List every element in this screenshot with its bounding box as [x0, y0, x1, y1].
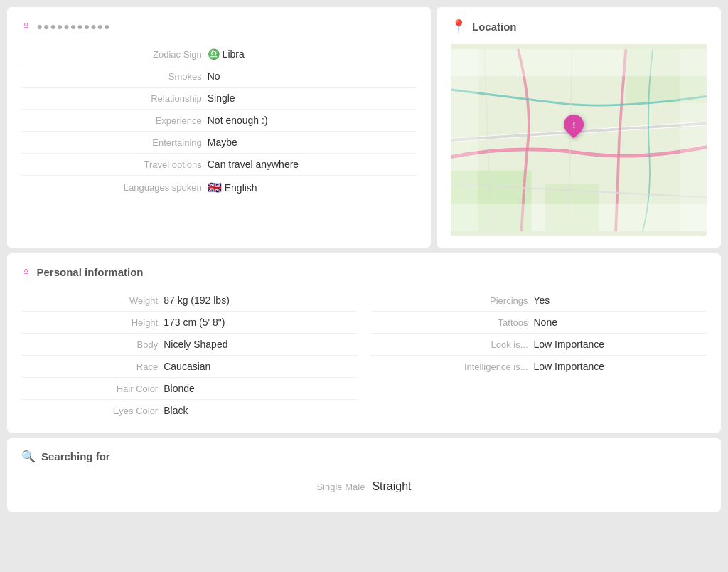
field-value: Yes [531, 290, 707, 312]
top-row: ♀ ●●●●●●●●●●● Zodiac Sign ♎ Libra Smokes… [7, 7, 721, 248]
personal-info-title: Personal information [37, 266, 144, 278]
field-label: Tattoos [371, 312, 531, 334]
table-row: Experience Not enough :) [21, 110, 417, 132]
table-row: Look is... Low Importance [371, 334, 707, 356]
location-header: 📍 Location [451, 18, 707, 34]
searching-card: 🔍 Searching for Single Male Straight [7, 438, 721, 512]
username: ●●●●●●●●●●● [37, 21, 111, 32]
field-label: Languages spoken [21, 176, 205, 200]
profile-info-table: Zodiac Sign ♎ Libra Smokes No Relationsh… [21, 43, 417, 199]
field-label: Height [21, 312, 161, 334]
table-row: Smokes No [21, 65, 417, 88]
table-row: Tattoos None [371, 312, 707, 334]
field-value: 🇬🇧English [205, 176, 417, 200]
personal-left-col: Weight 87 kg (192 lbs) Height 173 cm (5'… [21, 290, 357, 421]
field-value: Nicely Shaped [161, 334, 357, 356]
personal-info-card: ♀ Personal information Weight 87 kg (192… [7, 253, 721, 433]
field-label: Eyes Color [21, 400, 161, 422]
field-value: Not enough :) [205, 110, 417, 132]
location-pin-icon: 📍 [451, 18, 466, 34]
map-svg [451, 44, 707, 236]
personal-female-icon: ♀ [21, 265, 31, 280]
page-container: ♀ ●●●●●●●●●●● Zodiac Sign ♎ Libra Smokes… [7, 7, 721, 512]
table-row: Travel options Can travel anywhere [21, 154, 417, 176]
table-row: Hair Color Blonde [21, 378, 357, 400]
field-label: Piercings [371, 290, 531, 312]
field-label: Relationship [21, 88, 205, 110]
table-row: Piercings Yes [371, 290, 707, 312]
field-value: Caucasian [161, 356, 357, 378]
searching-info: Single Male Straight [21, 473, 707, 500]
personal-right-col: Piercings Yes Tattoos None Look is... Lo… [371, 290, 707, 421]
table-row: Entertaining Maybe [21, 132, 417, 154]
table-row: Height 173 cm (5' 8") [21, 312, 357, 334]
field-value: 87 kg (192 lbs) [161, 290, 357, 312]
field-value: Blonde [161, 378, 357, 400]
svg-rect-9 [451, 49, 707, 76]
searching-title: Searching for [41, 450, 110, 462]
field-value: None [531, 312, 707, 334]
table-row: Languages spoken 🇬🇧English [21, 176, 417, 200]
field-value: No [205, 65, 417, 88]
field-label: Smokes [21, 65, 205, 88]
field-label: Entertaining [21, 132, 205, 154]
svg-rect-11 [451, 49, 478, 231]
field-value: ♎ Libra [205, 43, 417, 65]
field-label: Zodiac Sign [21, 43, 205, 65]
profile-card: ♀ ●●●●●●●●●●● Zodiac Sign ♎ Libra Smokes… [7, 7, 431, 248]
field-label: Weight [21, 290, 161, 312]
field-label: Travel options [21, 154, 205, 176]
field-label: Body [21, 334, 161, 356]
table-row: Relationship Single [21, 88, 417, 110]
svg-rect-12 [680, 49, 707, 231]
table-row: Zodiac Sign ♎ Libra [21, 43, 417, 65]
field-value: Can travel anywhere [205, 154, 417, 176]
map-container [451, 44, 707, 236]
right-info-table: Piercings Yes Tattoos None Look is... Lo… [371, 290, 707, 377]
left-info-table: Weight 87 kg (192 lbs) Height 173 cm (5'… [21, 290, 357, 421]
location-card: 📍 Location [437, 7, 721, 248]
field-value: 173 cm (5' 8") [161, 312, 357, 334]
female-icon: ♀ [21, 18, 31, 33]
field-label: Look is... [371, 334, 531, 356]
table-row: Race Caucasian [21, 356, 357, 378]
field-value: Low Importance [531, 334, 707, 356]
field-label: Race [21, 356, 161, 378]
field-value: Low Importance [531, 356, 707, 378]
field-label: Experience [21, 110, 205, 132]
field-value: Maybe [205, 132, 417, 154]
table-row: Intelligence is... Low Importance [371, 356, 707, 378]
table-row: Body Nicely Shaped [21, 334, 357, 356]
field-value: Black [161, 400, 357, 422]
field-label: Intelligence is... [371, 356, 531, 378]
search-icon: 🔍 [21, 450, 36, 463]
field-value: Single [205, 88, 417, 110]
personal-info-header: ♀ Personal information [21, 265, 707, 280]
field-label: Hair Color [21, 378, 161, 400]
svg-rect-10 [451, 204, 707, 231]
searching-label: Single Male [316, 482, 365, 492]
searching-value: Straight [372, 480, 411, 493]
searching-header: 🔍 Searching for [21, 450, 707, 463]
table-row: Weight 87 kg (192 lbs) [21, 290, 357, 312]
personal-info-table: Weight 87 kg (192 lbs) Height 173 cm (5'… [21, 290, 707, 421]
map-background [451, 44, 707, 236]
table-row: Eyes Color Black [21, 400, 357, 422]
profile-header: ♀ ●●●●●●●●●●● [21, 18, 417, 33]
location-title: Location [472, 21, 517, 33]
